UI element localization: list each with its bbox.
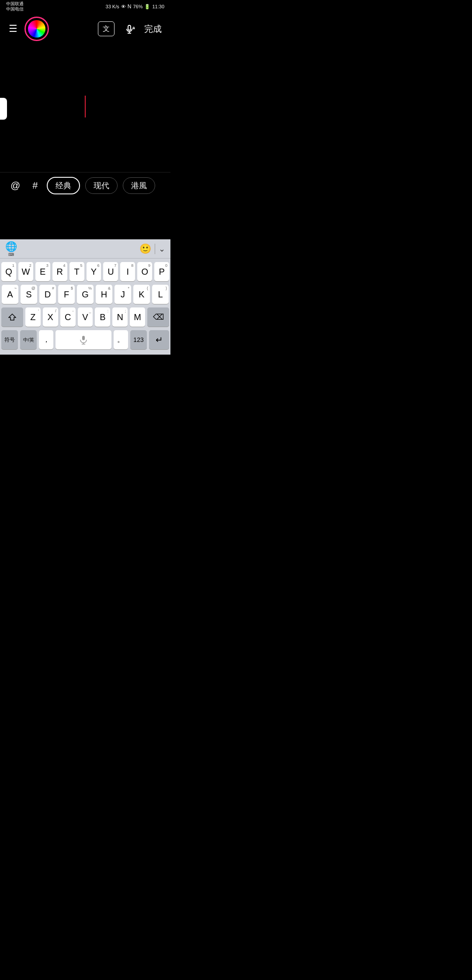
key-t[interactable]: 5T [69,262,84,281]
key-m[interactable]: M [130,307,145,327]
key-e[interactable]: 3E [35,262,50,281]
emoji-button[interactable]: 🙂 [139,243,151,255]
key-f[interactable]: $F [58,285,75,304]
voice-icon [123,23,135,35]
color-picker-button[interactable] [24,17,49,41]
text-cursor [85,96,86,117]
done-button[interactable]: 完成 [144,23,162,35]
kb-divider [155,244,155,254]
delete-button[interactable]: ⌫ [147,307,169,327]
battery-percent: 76% [133,4,142,9]
globe-icon: 🌐 [5,241,17,252]
key-n[interactable]: ;N [112,307,128,327]
key-i[interactable]: 8I [120,262,135,281]
status-right: 33 K/s 👁 N 76% 🔋 11:30 [106,3,164,10]
key-row-2: ~A @S #D $F %G &H *J (K )L [1,285,169,304]
canvas-area[interactable] [0,45,170,172]
key-u[interactable]: 7U [103,262,118,281]
keyboard-search-input[interactable] [17,242,139,255]
globe-keyboard-button[interactable]: 🌐 ⌨ [5,241,17,257]
key-period[interactable]: 。 [114,330,128,349]
key-v[interactable]: _V [78,307,93,327]
voice-button[interactable] [123,23,135,35]
key-s[interactable]: @S [21,285,37,304]
carrier1: 中国联通 [6,1,24,7]
font-style-classic[interactable]: 经典 [47,177,80,194]
key-o[interactable]: 9O [137,262,152,281]
text-icon: 文 [103,24,110,34]
color-ring [24,17,49,41]
keyboard-dismiss-button[interactable]: ⌄ [159,244,165,254]
svg-rect-2 [82,336,85,340]
key-z[interactable]: 'Z [25,307,41,327]
shift-icon [8,313,16,321]
space-button[interactable] [56,330,111,349]
key-p[interactable]: 0P [154,262,169,281]
clock: 11:30 [152,4,164,9]
return-button[interactable]: ↵ [149,330,169,349]
toolbar: ☰ 文 完成 [0,12,170,45]
key-q[interactable]: 1Q [1,262,16,281]
carrier2: 中国电信 [6,7,24,12]
font-selector: @ # 经典 现代 港風 [0,172,170,199]
speed: 33 K/s [106,4,119,9]
toolbar-icons: 文 完成 [98,21,162,36]
key-row-4: 符号 中/英 ， 。 123 ↵ [1,330,169,349]
carrier-info: 中国联通 中国电信 [6,1,24,12]
keyboard-keys: 1Q 2W 3E 4R 5T 6Y 7U 8I 9O 0P ~A @S #D $… [0,259,170,355]
key-row-1: 1Q 2W 3E 4R 5T 6Y 7U 8I 9O 0P [1,262,169,281]
key-a[interactable]: ~A [2,285,18,304]
nfc-icon: N [128,3,132,10]
lang-button[interactable]: 中/英 [20,330,37,349]
num-button[interactable]: 123 [130,330,147,349]
key-k[interactable]: (K [133,285,150,304]
keyboard-icon-label: ⌨ [8,252,14,257]
toolbar-left: ☰ [9,17,49,41]
key-comma[interactable]: ， [39,330,53,349]
key-h[interactable]: &H [96,285,112,304]
key-r[interactable]: 4R [52,262,67,281]
eye-icon: 👁 [121,4,126,9]
key-j[interactable]: *J [115,285,131,304]
symbol-button[interactable]: 符号 [1,330,18,349]
key-d[interactable]: #D [39,285,56,304]
shift-button[interactable] [1,307,23,327]
key-x[interactable]: /X [43,307,58,327]
key-row-3: 'Z /X -C _V :B ;N M ⌫ [1,307,169,327]
status-bar: 中国联通 中国电信 33 K/s 👁 N 76% 🔋 11:30 [0,0,170,12]
menu-button[interactable]: ☰ [9,23,17,35]
at-symbol[interactable]: @ [7,178,24,193]
hash-symbol[interactable]: # [29,178,41,193]
keyboard-topbar: 🌐 ⌨ 🙂 ⌄ [0,239,170,259]
key-w[interactable]: 2W [18,262,33,281]
text-icon-button[interactable]: 文 [98,21,115,36]
battery-icon: 🔋 [144,4,150,10]
font-style-hk[interactable]: 港風 [123,177,155,194]
mic-icon [79,335,88,345]
kb-right-icons: 🙂 ⌄ [139,243,165,255]
key-g[interactable]: %G [77,285,94,304]
key-b[interactable]: :B [95,307,110,327]
font-style-modern[interactable]: 现代 [85,177,118,194]
key-c[interactable]: -C [60,307,76,327]
key-y[interactable]: 6Y [87,262,101,281]
left-tab-handle[interactable] [0,98,7,120]
keyboard-container: 🌐 ⌨ 🙂 ⌄ 1Q 2W 3E 4R 5T 6Y 7U 8I 9O 0P ~A… [0,239,170,355]
key-l[interactable]: )L [152,285,169,304]
